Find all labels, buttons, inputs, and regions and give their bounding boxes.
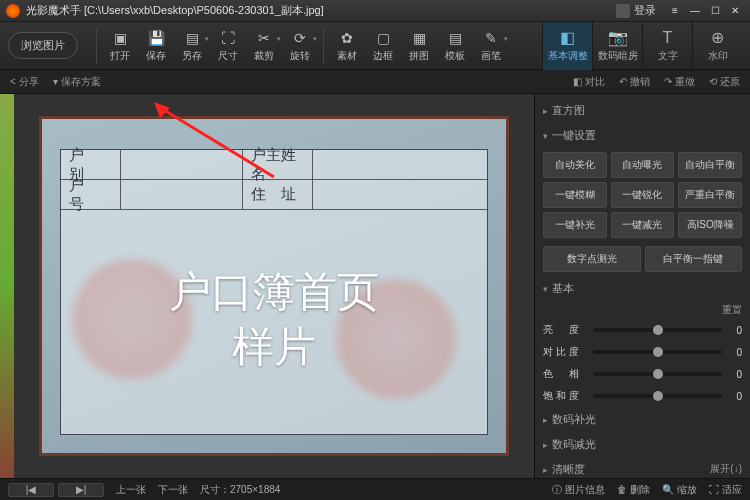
restore-button[interactable]: ⟲ 还原	[709, 75, 740, 89]
rotate-tool[interactable]: ⟳旋转▾	[283, 27, 317, 65]
close-button[interactable]: ✕	[726, 4, 744, 18]
image-canvas[interactable]: 户 别 户主姓名 户 号 住 址 户口簿首页 样片	[14, 94, 534, 478]
fit-button[interactable]: ⛶ 适应	[709, 483, 742, 497]
next-image[interactable]: ▶|	[58, 483, 104, 497]
material-icon: ✿	[338, 29, 356, 47]
window-title: 光影魔术手 [C:\Users\xxb\Desktop\P50606-23030…	[26, 3, 616, 18]
zoom-control[interactable]: 🔍 缩放	[662, 483, 697, 497]
rotate-icon: ⟳	[291, 29, 309, 47]
crop-tool[interactable]: ✂裁剪▾	[247, 27, 281, 65]
tab-darkroom[interactable]: 📷数码暗房	[592, 22, 642, 70]
image-dimensions: 尺寸：2705×1884	[200, 483, 280, 497]
brush-icon: ✎	[482, 29, 500, 47]
material-tool[interactable]: ✿素材	[330, 27, 364, 65]
reset-button[interactable]: 重置	[543, 301, 742, 319]
size-tool[interactable]: ⛶尺寸	[211, 27, 245, 65]
section-basic[interactable]: 基本	[543, 276, 742, 301]
right-panel: 直方图 一键设置 自动美化 自动曝光 自动白平衡 一键模糊 一键锐化 严重白平衡…	[534, 94, 750, 478]
cell-huhao: 户 号	[61, 180, 121, 209]
tab-watermark[interactable]: ⊕水印	[692, 22, 742, 70]
wb-onekey[interactable]: 白平衡一指键	[645, 246, 743, 272]
redo-button[interactable]: ↷ 重做	[664, 75, 695, 89]
slider-hue[interactable]: 色 相0	[543, 363, 742, 385]
watermark-icon: ⊕	[711, 28, 724, 47]
border-tool[interactable]: ▢边框	[366, 27, 400, 65]
delete-button[interactable]: 🗑 删除	[617, 483, 650, 497]
menu-icon[interactable]: ≡	[666, 4, 684, 18]
save-tool[interactable]: 💾保存	[139, 27, 173, 65]
one-sharpen[interactable]: 一键锐化	[611, 182, 675, 208]
template-tool[interactable]: ▤模板	[438, 27, 472, 65]
size-icon: ⛶	[219, 29, 237, 47]
minimize-button[interactable]: —	[686, 4, 704, 18]
save-scheme[interactable]: ▾ 保存方案	[53, 75, 101, 89]
login-button[interactable]: 登录	[616, 3, 656, 18]
saveas-tool[interactable]: ▤另存▾	[175, 27, 209, 65]
border-icon: ▢	[374, 29, 392, 47]
basic-icon: ◧	[560, 28, 575, 47]
section-dim-light[interactable]: 数码减光	[543, 432, 742, 457]
avatar-icon	[616, 4, 630, 18]
tab-basic[interactable]: ◧基本调整	[542, 22, 592, 70]
prev-label: 上一张	[116, 483, 146, 497]
svg-line-0	[159, 107, 274, 177]
one-blur[interactable]: 一键模糊	[543, 182, 607, 208]
slider-saturation[interactable]: 饱和度0	[543, 385, 742, 407]
image-info[interactable]: ⓘ 图片信息	[552, 483, 605, 497]
save-icon: 💾	[147, 29, 165, 47]
open-icon: ▣	[111, 29, 129, 47]
one-dim[interactable]: 一键减光	[611, 212, 675, 238]
slider-contrast[interactable]: 对比度0	[543, 341, 742, 363]
auto-wb[interactable]: 自动白平衡	[678, 152, 742, 178]
auto-exposure[interactable]: 自动曝光	[611, 152, 675, 178]
open-tool[interactable]: ▣打开	[103, 27, 137, 65]
compare-button[interactable]: ◧ 对比	[573, 75, 605, 89]
next-label: 下一张	[158, 483, 188, 497]
left-edge-strip	[0, 94, 14, 478]
spot-meter[interactable]: 数字点测光	[543, 246, 641, 272]
section-histogram[interactable]: 直方图	[543, 98, 742, 123]
maximize-button[interactable]: ☐	[706, 4, 724, 18]
app-logo	[6, 4, 20, 18]
auto-beautify[interactable]: 自动美化	[543, 152, 607, 178]
heavy-wb[interactable]: 严重白平衡	[678, 182, 742, 208]
section-oneclick[interactable]: 一键设置	[543, 123, 742, 148]
tab-text[interactable]: T文字	[642, 22, 692, 70]
crop-icon: ✂	[255, 29, 273, 47]
section-fill-light[interactable]: 数码补光	[543, 407, 742, 432]
svg-marker-1	[154, 102, 170, 118]
collage-tool[interactable]: ▦拼图	[402, 27, 436, 65]
prev-image[interactable]: |◀	[8, 483, 54, 497]
browse-button[interactable]: 浏览图片	[8, 32, 78, 59]
one-fill[interactable]: 一键补光	[543, 212, 607, 238]
share-link[interactable]: < 分享	[10, 75, 39, 89]
high-iso[interactable]: 高ISO降噪	[678, 212, 742, 238]
saveas-icon: ▤	[183, 29, 201, 47]
text-icon: T	[663, 29, 673, 47]
darkroom-icon: 📷	[608, 28, 628, 47]
slider-brightness[interactable]: 亮 度0	[543, 319, 742, 341]
watermark-text-1: 户口簿首页	[42, 264, 506, 320]
collage-icon: ▦	[410, 29, 428, 47]
watermark-text-2: 样片	[42, 319, 506, 375]
undo-button[interactable]: ↶ 撤销	[619, 75, 650, 89]
expand-button[interactable]: 展开(↓)	[710, 462, 742, 476]
template-icon: ▤	[446, 29, 464, 47]
annotation-arrow	[154, 102, 294, 192]
brush-tool[interactable]: ✎画笔▾	[474, 27, 508, 65]
